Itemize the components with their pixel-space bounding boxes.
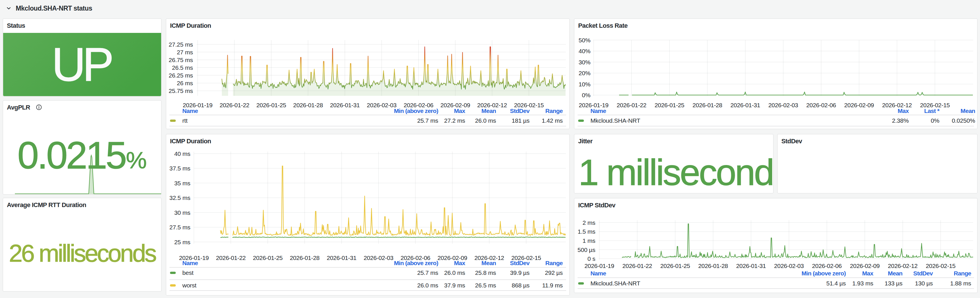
svg-text:1.88 ms: 1.88 ms	[950, 280, 971, 287]
svg-text:51.4 µs: 51.4 µs	[826, 280, 846, 287]
svg-text:35 ms: 35 ms	[174, 180, 190, 187]
svg-text:Mkcloud.SHA-NRT status: Mkcloud.SHA-NRT status	[16, 5, 92, 12]
svg-text:27.2 ms: 27.2 ms	[444, 117, 465, 124]
svg-text:26.5 ms: 26.5 ms	[172, 64, 193, 71]
svg-text:25.7 ms: 25.7 ms	[417, 269, 438, 276]
svg-text:Packet Loss Rate: Packet Loss Rate	[578, 22, 628, 29]
svg-text:StdDev: StdDev	[510, 260, 530, 266]
svg-text:Mean: Mean	[961, 108, 975, 114]
svg-text:25.75 ms: 25.75 ms	[169, 87, 193, 94]
svg-text:27.5 ms: 27.5 ms	[169, 224, 190, 230]
svg-text:26.0 ms: 26.0 ms	[417, 282, 438, 288]
svg-text:2026-01-22: 2026-01-22	[220, 102, 249, 108]
svg-text:rtt: rtt	[182, 117, 188, 124]
svg-text:2026-01-28: 2026-01-28	[698, 263, 728, 269]
svg-text:37.9 ms: 37.9 ms	[444, 282, 465, 288]
svg-text:2026-02-15: 2026-02-15	[926, 263, 956, 269]
svg-text:Max: Max	[454, 108, 465, 114]
svg-text:Max: Max	[862, 270, 873, 277]
svg-text:2026-02-09: 2026-02-09	[850, 263, 880, 269]
svg-text:1.93 ms: 1.93 ms	[852, 280, 873, 287]
svg-text:1.42 ms: 1.42 ms	[542, 117, 563, 124]
svg-text:2026-01-22: 2026-01-22	[216, 255, 246, 261]
svg-text:25.8 ms: 25.8 ms	[475, 269, 496, 276]
svg-text:Mkcloud.SHA-NRT: Mkcloud.SHA-NRT	[590, 280, 640, 287]
svg-text:2026-01-22: 2026-01-22	[617, 102, 647, 108]
svg-text:292 µs: 292 µs	[545, 269, 563, 276]
svg-text:27 ms: 27 ms	[177, 49, 193, 55]
svg-text:2026-01-28: 2026-01-28	[693, 102, 722, 108]
svg-text:2026-02-03: 2026-02-03	[774, 263, 804, 269]
svg-text:Name: Name	[182, 108, 198, 114]
svg-text:39.9 µs: 39.9 µs	[510, 269, 530, 276]
svg-text:37.5 ms: 37.5 ms	[169, 165, 190, 171]
svg-text:0.0250%: 0.0250%	[952, 117, 975, 124]
svg-text:Name: Name	[590, 270, 606, 277]
svg-text:50%: 50%	[579, 37, 590, 43]
svg-text:26 milliseconds: 26 milliseconds	[9, 239, 156, 267]
svg-text:2026-01-31: 2026-01-31	[326, 255, 356, 261]
svg-text:Mean: Mean	[481, 260, 496, 266]
svg-text:2026-02-03: 2026-02-03	[768, 102, 798, 108]
svg-text:ICMP Duration: ICMP Duration	[170, 138, 211, 145]
svg-text:2 ms: 2 ms	[582, 219, 595, 226]
svg-text:130 µs: 130 µs	[915, 280, 933, 287]
svg-text:2026-02-03: 2026-02-03	[367, 102, 397, 108]
svg-text:StdDev: StdDev	[510, 108, 530, 114]
svg-text:11.9 ms: 11.9 ms	[542, 282, 563, 288]
svg-text:best: best	[182, 269, 194, 276]
svg-text:2026-01-25: 2026-01-25	[655, 102, 684, 108]
svg-text:181 µs: 181 µs	[512, 117, 530, 124]
svg-text:Max: Max	[454, 260, 465, 266]
svg-text:2026-01-25: 2026-01-25	[256, 102, 286, 108]
svg-text:26 ms: 26 ms	[177, 80, 193, 86]
svg-text:UP: UP	[51, 38, 111, 91]
svg-text:Mkcloud.SHA-NRT: Mkcloud.SHA-NRT	[590, 117, 640, 124]
svg-text:2026-01-19: 2026-01-19	[584, 263, 614, 269]
svg-text:Jitter: Jitter	[578, 138, 593, 145]
svg-text:26.75 ms: 26.75 ms	[169, 57, 193, 63]
svg-text:Range: Range	[954, 270, 971, 277]
svg-text:2026-01-28: 2026-01-28	[293, 102, 323, 108]
svg-text:26.0 ms: 26.0 ms	[475, 117, 496, 124]
svg-text:10%: 10%	[579, 81, 590, 87]
svg-text:Average ICMP RTT Duration: Average ICMP RTT Duration	[7, 201, 86, 208]
svg-text:Range: Range	[545, 260, 563, 266]
svg-text:%: %	[126, 147, 147, 173]
svg-text:0%: 0%	[582, 92, 590, 98]
svg-text:26.5 ms: 26.5 ms	[475, 282, 496, 288]
svg-text:2026-01-25: 2026-01-25	[660, 263, 690, 269]
svg-text:AvgPLR: AvgPLR	[7, 104, 30, 111]
svg-text:Name: Name	[182, 260, 198, 266]
svg-text:Min (above zero): Min (above zero)	[394, 108, 438, 114]
svg-text:2026-02-06: 2026-02-06	[812, 263, 842, 269]
svg-text:Max: Max	[897, 108, 909, 114]
svg-text:1 millisecond: 1 millisecond	[578, 152, 773, 193]
svg-text:worst: worst	[182, 282, 197, 288]
svg-text:2026-02-09: 2026-02-09	[844, 102, 874, 108]
svg-text:868 µs: 868 µs	[512, 282, 530, 288]
svg-text:2026-01-28: 2026-01-28	[290, 255, 320, 261]
svg-text:Min (above zero): Min (above zero)	[802, 270, 846, 277]
svg-text:1 ms: 1 ms	[582, 237, 595, 244]
svg-text:2026-02-06: 2026-02-06	[806, 102, 836, 108]
svg-text:0 s: 0 s	[588, 255, 595, 262]
svg-text:Name: Name	[590, 108, 606, 114]
svg-text:2026-02-03: 2026-02-03	[363, 255, 393, 261]
svg-text:27.25 ms: 27.25 ms	[169, 41, 193, 48]
svg-text:2026-01-25: 2026-01-25	[253, 255, 283, 261]
svg-text:2026-01-31: 2026-01-31	[730, 102, 760, 108]
svg-text:2.38%: 2.38%	[892, 117, 909, 124]
svg-text:StdDev: StdDev	[781, 138, 803, 145]
svg-text:25 ms: 25 ms	[174, 239, 190, 246]
svg-text:500 µs: 500 µs	[578, 247, 595, 253]
svg-text:40%: 40%	[579, 48, 590, 54]
svg-text:Status: Status	[7, 22, 25, 29]
svg-text:ICMP StdDev: ICMP StdDev	[578, 201, 616, 209]
svg-text:20%: 20%	[579, 70, 590, 76]
svg-text:32.5 ms: 32.5 ms	[169, 195, 190, 201]
svg-text:Mean: Mean	[888, 270, 902, 277]
svg-text:40 ms: 40 ms	[174, 151, 190, 157]
svg-text:25.7 ms: 25.7 ms	[417, 117, 438, 124]
svg-text:Range: Range	[545, 108, 563, 114]
